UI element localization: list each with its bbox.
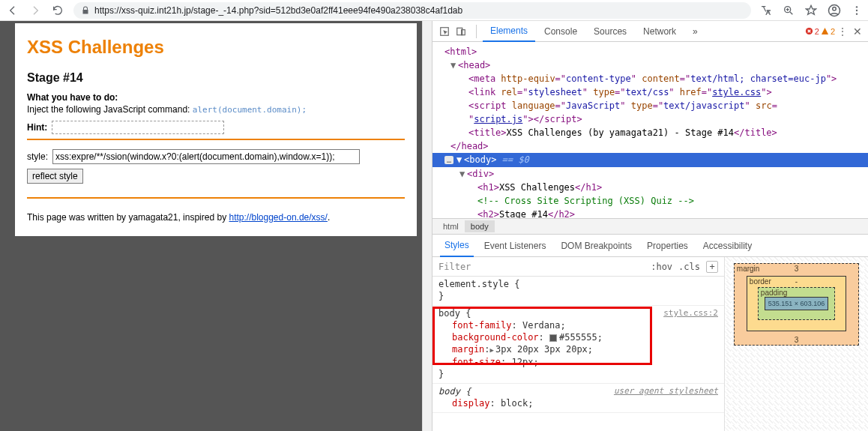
device-icon[interactable] (455, 25, 467, 37)
tab-accessibility[interactable]: Accessibility (699, 235, 756, 256)
box-model: margin 3 3 border - padding 535.151 × 60… (724, 257, 868, 431)
tab-properties[interactable]: Properties (642, 235, 693, 256)
tab-console[interactable]: Console (537, 22, 585, 41)
inject-line: Inject the following JavaScript command:… (27, 104, 405, 115)
profile-icon[interactable] (828, 4, 841, 17)
tab-styles[interactable]: Styles (440, 235, 474, 257)
rule-body-stylecss[interactable]: style.css:2 body { font-family: Verdana;… (433, 306, 724, 384)
svg-point-5 (856, 13, 858, 14)
tab-event-listeners[interactable]: Event Listeners (480, 235, 551, 256)
crumb-html[interactable]: html (437, 220, 465, 232)
color-swatch[interactable] (549, 334, 557, 342)
star-icon[interactable] (805, 4, 817, 16)
breadcrumbs: html body (433, 218, 868, 235)
toolbar-right (760, 4, 862, 17)
styles-panel: Filter :hov .cls + element.style { } sty… (433, 257, 724, 431)
source-link[interactable]: style.css:2 (663, 307, 718, 319)
inject-prefix: Inject the following JavaScript command: (27, 104, 193, 115)
footer-link[interactable]: http://blogged-on.de/xss/ (229, 212, 327, 223)
devtools-close-icon[interactable]: ✕ (853, 25, 862, 37)
devtools: Elements Console Sources Network » 2 2 ⋮… (432, 21, 868, 431)
page-body: XSS Challenges Stage #14 What you have t… (15, 23, 417, 236)
browser-toolbar: https://xss-quiz.int21h.jp/stage-_-14.ph… (0, 0, 868, 21)
inject-code: alert(document.domain); (193, 105, 307, 115)
tab-dom-breakpoints[interactable]: DOM Breakpoints (556, 235, 636, 256)
translate-icon[interactable] (760, 4, 772, 16)
page-viewport: XSS Challenges Stage #14 What you have t… (0, 21, 432, 431)
hint-box (52, 121, 224, 134)
zoom-icon[interactable] (783, 4, 795, 16)
svg-point-2 (833, 7, 837, 10)
styles-tabs: Styles Event Listeners DOM Breakpoints P… (433, 235, 868, 257)
page-h1: XSS Challenges (27, 37, 405, 58)
reload-button[interactable] (51, 4, 64, 17)
hov-toggle[interactable]: :hov (651, 262, 672, 272)
cls-toggle[interactable]: .cls (678, 262, 700, 272)
url-bar[interactable]: https://xss-quiz.int21h.jp/stage-_-14.ph… (73, 2, 751, 19)
new-rule-button[interactable]: + (706, 261, 718, 273)
devtools-tabs: Elements Console Sources Network » 2 2 ⋮… (433, 21, 868, 42)
rule-body-ua[interactable]: user agent stylesheet body { display: bl… (433, 384, 724, 413)
selected-body-node[interactable]: …▼<body> == $0 (433, 153, 868, 167)
crumb-body[interactable]: body (465, 220, 495, 232)
warning-count[interactable]: 2 (821, 27, 835, 36)
tab-sources[interactable]: Sources (586, 22, 634, 41)
footer-line: This page was written by yamagata21, ins… (27, 212, 405, 223)
dom-tree[interactable]: <html> ▼<head> <meta http-equiv="content… (433, 42, 868, 218)
reflect-button[interactable]: reflect style (27, 169, 83, 184)
url-text: https://xss-quiz.int21h.jp/stage-_-14.ph… (94, 5, 462, 16)
what-label: What you have to do: (27, 92, 405, 103)
tab-more[interactable]: » (685, 22, 705, 41)
back-button[interactable] (6, 4, 19, 17)
tab-elements[interactable]: Elements (483, 21, 535, 42)
page-h2: Stage #14 (27, 71, 405, 85)
footer-suffix: . (328, 212, 330, 223)
divider (27, 139, 405, 140)
hint-label: Hint: (27, 122, 47, 133)
svg-point-3 (856, 6, 858, 7)
tab-network[interactable]: Network (636, 22, 684, 41)
filter-input[interactable]: Filter (438, 262, 651, 272)
menu-icon[interactable] (852, 5, 862, 16)
divider-2 (27, 197, 405, 199)
style-label: style: (27, 151, 48, 162)
footer-prefix: This page was written by yamagata21, ins… (27, 212, 229, 223)
error-count[interactable]: 2 (805, 27, 819, 36)
devtools-menu-icon[interactable]: ⋮ (837, 25, 849, 37)
rule-element-style[interactable]: element.style { } (433, 277, 724, 306)
style-input[interactable] (52, 149, 360, 164)
forward-button[interactable] (28, 4, 42, 17)
lock-icon (81, 6, 90, 15)
svg-point-4 (856, 9, 858, 10)
inspect-icon[interactable] (438, 25, 450, 37)
